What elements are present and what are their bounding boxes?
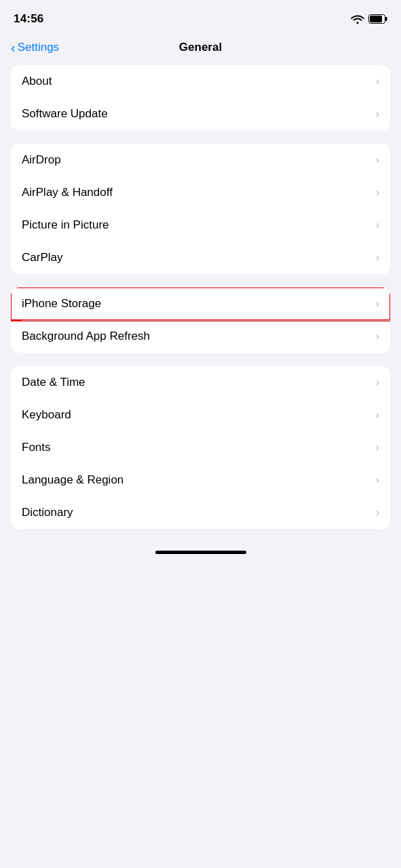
home-indicator xyxy=(0,542,401,559)
settings-row-airplay-handoff[interactable]: AirPlay & Handoff › xyxy=(11,176,390,209)
background-app-refresh-chevron-icon: › xyxy=(376,330,379,342)
airplay-handoff-chevron-icon: › xyxy=(376,186,379,199)
page-title: General xyxy=(179,41,222,54)
settings-row-picture-in-picture[interactable]: Picture in Picture › xyxy=(11,209,390,241)
background-app-refresh-label: Background App Refresh xyxy=(22,330,150,343)
back-chevron-icon: ‹ xyxy=(11,41,16,54)
dictionary-label: Dictionary xyxy=(22,506,73,519)
nav-bar: ‹ Settings General xyxy=(0,34,401,65)
settings-row-language-region[interactable]: Language & Region › xyxy=(11,464,390,496)
settings-row-about[interactable]: About › xyxy=(11,65,390,98)
about-chevron-icon: › xyxy=(376,75,379,87)
wifi-icon xyxy=(351,14,364,24)
status-bar: 14:56 xyxy=(0,0,401,34)
keyboard-label: Keyboard xyxy=(22,408,71,422)
settings-row-iphone-storage[interactable]: iPhone Storage › xyxy=(11,288,390,320)
settings-row-carplay[interactable]: CarPlay › xyxy=(11,241,390,274)
settings-row-dictionary[interactable]: Dictionary › xyxy=(11,496,390,529)
airdrop-label: AirDrop xyxy=(22,153,61,167)
status-icons xyxy=(351,14,387,24)
language-region-label: Language & Region xyxy=(22,473,123,487)
settings-row-date-time[interactable]: Date & Time › xyxy=(11,366,390,399)
settings-row-fonts[interactable]: Fonts › xyxy=(11,431,390,464)
battery-icon xyxy=(368,14,387,24)
fonts-chevron-icon: › xyxy=(376,441,379,454)
language-region-chevron-icon: › xyxy=(376,474,379,486)
settings-row-background-app-refresh[interactable]: Background App Refresh › xyxy=(11,320,390,353)
picture-in-picture-label: Picture in Picture xyxy=(22,218,109,232)
iphone-storage-chevron-icon: › xyxy=(376,298,379,310)
settings-content: About › Software Update › AirDrop › AirP… xyxy=(0,65,401,529)
settings-group-2: AirDrop › AirPlay & Handoff › Picture in… xyxy=(11,144,390,274)
back-button[interactable]: ‹ Settings xyxy=(11,41,59,54)
settings-row-software-update[interactable]: Software Update › xyxy=(11,98,390,130)
about-label: About xyxy=(22,75,52,88)
date-time-chevron-icon: › xyxy=(376,376,379,389)
status-time: 14:56 xyxy=(14,12,43,26)
keyboard-chevron-icon: › xyxy=(376,409,379,421)
iphone-storage-label: iPhone Storage xyxy=(22,297,101,311)
airdrop-chevron-icon: › xyxy=(376,154,379,166)
picture-in-picture-chevron-icon: › xyxy=(376,219,379,231)
svg-rect-1 xyxy=(385,17,387,21)
dictionary-chevron-icon: › xyxy=(376,507,379,519)
home-bar xyxy=(155,551,246,554)
carplay-chevron-icon: › xyxy=(376,252,379,264)
date-time-label: Date & Time xyxy=(22,376,85,389)
airplay-handoff-label: AirPlay & Handoff xyxy=(22,186,113,199)
settings-row-airdrop[interactable]: AirDrop › xyxy=(11,144,390,176)
settings-group-1: About › Software Update › xyxy=(11,65,390,130)
settings-group-4: Date & Time › Keyboard › Fonts › Languag… xyxy=(11,366,390,529)
settings-group-3: iPhone Storage › Background App Refresh … xyxy=(11,288,390,353)
back-label: Settings xyxy=(18,41,59,54)
software-update-label: Software Update xyxy=(22,107,108,121)
software-update-chevron-icon: › xyxy=(376,108,379,120)
fonts-label: Fonts xyxy=(22,441,51,454)
carplay-label: CarPlay xyxy=(22,251,62,264)
svg-rect-2 xyxy=(370,16,382,22)
settings-row-keyboard[interactable]: Keyboard › xyxy=(11,399,390,431)
